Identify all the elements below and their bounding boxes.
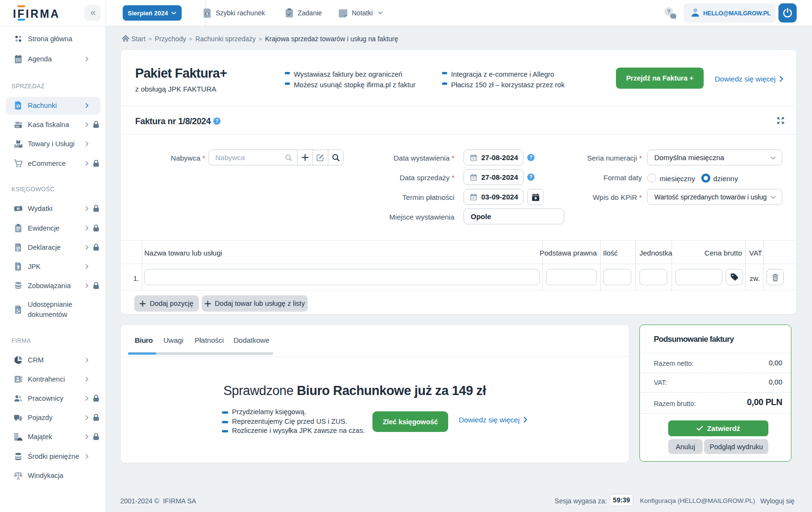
svg-text:1: 1 [17,207,19,210]
svg-text:$: $ [17,105,19,108]
svg-text:?: ? [667,9,671,14]
svg-text:$: $ [206,11,209,16]
